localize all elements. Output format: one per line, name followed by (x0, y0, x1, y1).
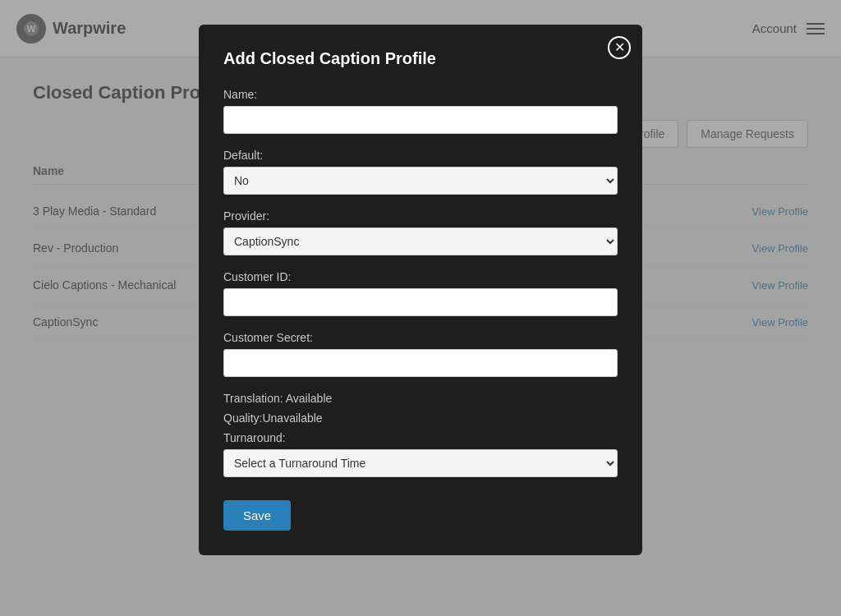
default-field-group: Default: No Yes (223, 149, 618, 195)
modal-title: Add Closed Caption Profile (223, 49, 618, 68)
customer-id-label: Customer ID: (223, 270, 618, 283)
customer-secret-input[interactable] (223, 349, 618, 377)
turnaround-label: Turnaround: (223, 431, 618, 444)
provider-field-group: Provider: CaptionSync 3Play Media Rev Ci… (223, 209, 618, 255)
translation-info: Translation: Available (223, 392, 618, 405)
customer-secret-field-group: Customer Secret: (223, 331, 618, 377)
turnaround-select[interactable]: Select a Turnaround Time (223, 449, 618, 477)
turnaround-field-group: Turnaround: Select a Turnaround Time (223, 431, 618, 477)
customer-id-input[interactable] (223, 288, 618, 316)
customer-secret-label: Customer Secret: (223, 331, 618, 344)
close-button[interactable]: ✕ (608, 36, 631, 59)
add-profile-modal: ✕ Add Closed Caption Profile Name: Defau… (199, 25, 642, 555)
provider-label: Provider: (223, 209, 618, 223)
name-label: Name: (223, 88, 618, 101)
name-field-group: Name: (223, 88, 618, 134)
default-label: Default: (223, 149, 618, 162)
default-select[interactable]: No Yes (223, 167, 618, 195)
name-input[interactable] (223, 106, 618, 134)
quality-info: Quality:Unavailable (223, 411, 618, 425)
customer-id-field-group: Customer ID: (223, 270, 618, 316)
provider-select[interactable]: CaptionSync 3Play Media Rev Cielo Captio… (223, 228, 618, 255)
save-button[interactable]: Save (223, 500, 291, 531)
